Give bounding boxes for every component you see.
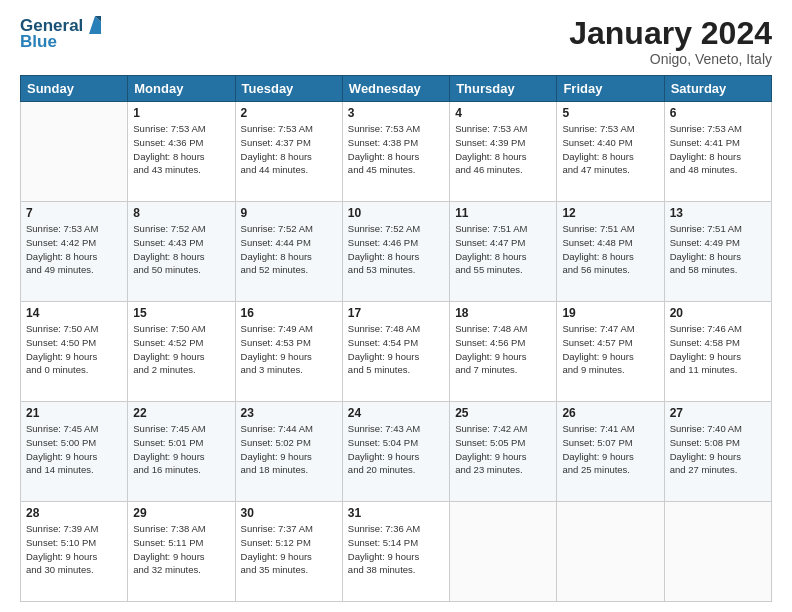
calendar-cell: 25Sunrise: 7:42 AMSunset: 5:05 PMDayligh… (450, 402, 557, 502)
header-friday: Friday (557, 76, 664, 102)
day-info: Sunrise: 7:53 AMSunset: 4:41 PMDaylight:… (670, 122, 766, 177)
calendar-cell: 19Sunrise: 7:47 AMSunset: 4:57 PMDayligh… (557, 302, 664, 402)
day-info: Sunrise: 7:52 AMSunset: 4:46 PMDaylight:… (348, 222, 444, 277)
day-info: Sunrise: 7:53 AMSunset: 4:38 PMDaylight:… (348, 122, 444, 177)
day-number: 21 (26, 406, 122, 420)
calendar-cell (450, 502, 557, 602)
calendar-cell: 13Sunrise: 7:51 AMSunset: 4:49 PMDayligh… (664, 202, 771, 302)
day-info: Sunrise: 7:50 AMSunset: 4:52 PMDaylight:… (133, 322, 229, 377)
calendar-cell (21, 102, 128, 202)
day-info: Sunrise: 7:48 AMSunset: 4:56 PMDaylight:… (455, 322, 551, 377)
calendar-cell: 7Sunrise: 7:53 AMSunset: 4:42 PMDaylight… (21, 202, 128, 302)
calendar-cell: 23Sunrise: 7:44 AMSunset: 5:02 PMDayligh… (235, 402, 342, 502)
day-info: Sunrise: 7:53 AMSunset: 4:36 PMDaylight:… (133, 122, 229, 177)
calendar-cell: 20Sunrise: 7:46 AMSunset: 4:58 PMDayligh… (664, 302, 771, 402)
header-tuesday: Tuesday (235, 76, 342, 102)
day-number: 28 (26, 506, 122, 520)
week-row-2: 14Sunrise: 7:50 AMSunset: 4:50 PMDayligh… (21, 302, 772, 402)
day-number: 24 (348, 406, 444, 420)
day-info: Sunrise: 7:50 AMSunset: 4:50 PMDaylight:… (26, 322, 122, 377)
day-info: Sunrise: 7:53 AMSunset: 4:42 PMDaylight:… (26, 222, 122, 277)
day-number: 29 (133, 506, 229, 520)
calendar-cell: 5Sunrise: 7:53 AMSunset: 4:40 PMDaylight… (557, 102, 664, 202)
calendar-cell: 16Sunrise: 7:49 AMSunset: 4:53 PMDayligh… (235, 302, 342, 402)
month-title: January 2024 (569, 16, 772, 51)
logo-triangle-icon (85, 16, 105, 36)
day-info: Sunrise: 7:53 AMSunset: 4:40 PMDaylight:… (562, 122, 658, 177)
header-wednesday: Wednesday (342, 76, 449, 102)
day-info: Sunrise: 7:52 AMSunset: 4:44 PMDaylight:… (241, 222, 337, 277)
calendar-cell: 10Sunrise: 7:52 AMSunset: 4:46 PMDayligh… (342, 202, 449, 302)
calendar-cell (664, 502, 771, 602)
day-number: 18 (455, 306, 551, 320)
day-info: Sunrise: 7:36 AMSunset: 5:14 PMDaylight:… (348, 522, 444, 577)
day-number: 31 (348, 506, 444, 520)
day-info: Sunrise: 7:51 AMSunset: 4:49 PMDaylight:… (670, 222, 766, 277)
day-number: 10 (348, 206, 444, 220)
calendar-cell: 27Sunrise: 7:40 AMSunset: 5:08 PMDayligh… (664, 402, 771, 502)
week-row-0: 1Sunrise: 7:53 AMSunset: 4:36 PMDaylight… (21, 102, 772, 202)
day-number: 17 (348, 306, 444, 320)
day-info: Sunrise: 7:42 AMSunset: 5:05 PMDaylight:… (455, 422, 551, 477)
day-number: 15 (133, 306, 229, 320)
day-info: Sunrise: 7:48 AMSunset: 4:54 PMDaylight:… (348, 322, 444, 377)
calendar-cell: 28Sunrise: 7:39 AMSunset: 5:10 PMDayligh… (21, 502, 128, 602)
calendar-cell: 1Sunrise: 7:53 AMSunset: 4:36 PMDaylight… (128, 102, 235, 202)
day-number: 6 (670, 106, 766, 120)
day-number: 20 (670, 306, 766, 320)
day-number: 1 (133, 106, 229, 120)
day-number: 30 (241, 506, 337, 520)
calendar-cell: 21Sunrise: 7:45 AMSunset: 5:00 PMDayligh… (21, 402, 128, 502)
calendar-cell: 17Sunrise: 7:48 AMSunset: 4:54 PMDayligh… (342, 302, 449, 402)
day-info: Sunrise: 7:41 AMSunset: 5:07 PMDaylight:… (562, 422, 658, 477)
day-info: Sunrise: 7:45 AMSunset: 5:01 PMDaylight:… (133, 422, 229, 477)
calendar-cell: 14Sunrise: 7:50 AMSunset: 4:50 PMDayligh… (21, 302, 128, 402)
week-row-1: 7Sunrise: 7:53 AMSunset: 4:42 PMDaylight… (21, 202, 772, 302)
day-info: Sunrise: 7:44 AMSunset: 5:02 PMDaylight:… (241, 422, 337, 477)
day-number: 4 (455, 106, 551, 120)
weekday-header-row: Sunday Monday Tuesday Wednesday Thursday… (21, 76, 772, 102)
day-info: Sunrise: 7:39 AMSunset: 5:10 PMDaylight:… (26, 522, 122, 577)
day-number: 12 (562, 206, 658, 220)
day-info: Sunrise: 7:43 AMSunset: 5:04 PMDaylight:… (348, 422, 444, 477)
header-saturday: Saturday (664, 76, 771, 102)
logo: General Blue (20, 16, 105, 52)
day-number: 27 (670, 406, 766, 420)
calendar-cell: 3Sunrise: 7:53 AMSunset: 4:38 PMDaylight… (342, 102, 449, 202)
calendar-cell: 8Sunrise: 7:52 AMSunset: 4:43 PMDaylight… (128, 202, 235, 302)
day-info: Sunrise: 7:40 AMSunset: 5:08 PMDaylight:… (670, 422, 766, 477)
location: Onigo, Veneto, Italy (569, 51, 772, 67)
logo-blue: Blue (20, 32, 57, 52)
day-info: Sunrise: 7:52 AMSunset: 4:43 PMDaylight:… (133, 222, 229, 277)
header-sunday: Sunday (21, 76, 128, 102)
week-row-3: 21Sunrise: 7:45 AMSunset: 5:00 PMDayligh… (21, 402, 772, 502)
calendar-cell: 18Sunrise: 7:48 AMSunset: 4:56 PMDayligh… (450, 302, 557, 402)
header: General Blue January 2024 Onigo, Veneto,… (20, 16, 772, 67)
day-number: 19 (562, 306, 658, 320)
day-number: 7 (26, 206, 122, 220)
day-number: 26 (562, 406, 658, 420)
calendar-cell: 6Sunrise: 7:53 AMSunset: 4:41 PMDaylight… (664, 102, 771, 202)
day-info: Sunrise: 7:51 AMSunset: 4:47 PMDaylight:… (455, 222, 551, 277)
day-info: Sunrise: 7:38 AMSunset: 5:11 PMDaylight:… (133, 522, 229, 577)
day-number: 11 (455, 206, 551, 220)
calendar-cell: 31Sunrise: 7:36 AMSunset: 5:14 PMDayligh… (342, 502, 449, 602)
day-info: Sunrise: 7:51 AMSunset: 4:48 PMDaylight:… (562, 222, 658, 277)
calendar-cell: 2Sunrise: 7:53 AMSunset: 4:37 PMDaylight… (235, 102, 342, 202)
header-thursday: Thursday (450, 76, 557, 102)
calendar-cell: 29Sunrise: 7:38 AMSunset: 5:11 PMDayligh… (128, 502, 235, 602)
week-row-4: 28Sunrise: 7:39 AMSunset: 5:10 PMDayligh… (21, 502, 772, 602)
day-info: Sunrise: 7:47 AMSunset: 4:57 PMDaylight:… (562, 322, 658, 377)
calendar-cell: 30Sunrise: 7:37 AMSunset: 5:12 PMDayligh… (235, 502, 342, 602)
header-monday: Monday (128, 76, 235, 102)
day-info: Sunrise: 7:53 AMSunset: 4:37 PMDaylight:… (241, 122, 337, 177)
day-info: Sunrise: 7:46 AMSunset: 4:58 PMDaylight:… (670, 322, 766, 377)
day-number: 14 (26, 306, 122, 320)
day-number: 25 (455, 406, 551, 420)
day-number: 23 (241, 406, 337, 420)
calendar-cell: 11Sunrise: 7:51 AMSunset: 4:47 PMDayligh… (450, 202, 557, 302)
day-info: Sunrise: 7:53 AMSunset: 4:39 PMDaylight:… (455, 122, 551, 177)
day-info: Sunrise: 7:37 AMSunset: 5:12 PMDaylight:… (241, 522, 337, 577)
calendar-cell: 12Sunrise: 7:51 AMSunset: 4:48 PMDayligh… (557, 202, 664, 302)
day-number: 13 (670, 206, 766, 220)
